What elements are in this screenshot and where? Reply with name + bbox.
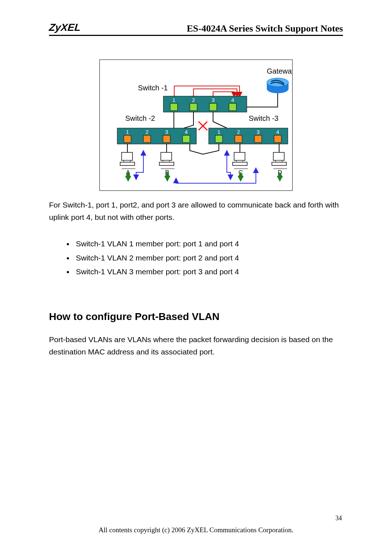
- switch1-label: Switch -1: [138, 84, 168, 92]
- switch1-port4-num: 4: [231, 97, 234, 103]
- svg-rect-28: [234, 152, 245, 160]
- svg-rect-17: [274, 135, 281, 143]
- list-item: Switch-1 VLAN 2 member port: port 2 and …: [74, 252, 343, 264]
- switch2-port4-num: 4: [185, 129, 188, 135]
- switch2-port1-num: 1: [126, 129, 129, 135]
- switch3-port3-num: 3: [257, 129, 260, 135]
- section-heading: How to configure Port-Based VLAN: [49, 311, 343, 323]
- svg-rect-7: [229, 103, 236, 111]
- svg-rect-32: [273, 152, 284, 160]
- network-diagram-container: Gateway Switch -1: [49, 59, 343, 191]
- svg-rect-6: [209, 103, 217, 111]
- svg-rect-11: [163, 135, 170, 143]
- svg-rect-16: [254, 135, 262, 143]
- svg-rect-20: [122, 152, 132, 160]
- svg-rect-24: [161, 152, 172, 160]
- svg-rect-22: [120, 162, 135, 165]
- svg-rect-10: [143, 135, 151, 143]
- switch1-port1-num: 1: [172, 97, 175, 103]
- svg-rect-34: [272, 162, 286, 165]
- switch1: 1 2 3 4: [163, 96, 247, 112]
- page-number: 34: [335, 514, 342, 522]
- gateway-label: Gateway: [267, 67, 293, 75]
- network-diagram: Gateway Switch -1: [99, 59, 293, 191]
- switch2-port3-num: 3: [165, 129, 168, 135]
- svg-rect-26: [159, 162, 174, 165]
- host-D: D: [272, 152, 287, 176]
- svg-rect-12: [183, 135, 190, 143]
- vlan-member-list: Switch-1 VLAN 1 member port: port 1 and …: [49, 238, 343, 278]
- switch3-port2-num: 2: [237, 129, 240, 135]
- svg-rect-4: [170, 103, 177, 111]
- document-title: ES-4024A Series Switch Support Notes: [187, 23, 343, 34]
- footer-copyright: All contents copyright (c) 2006 ZyXEL Co…: [0, 526, 392, 534]
- paragraph-2: Port-based VLANs are VLANs where the pac…: [49, 333, 343, 358]
- page: ZyXEL ES-4024A Series Switch Support Not…: [0, 0, 392, 554]
- host-B: B: [159, 152, 175, 176]
- header: ZyXEL ES-4024A Series Switch Support Not…: [49, 22, 343, 36]
- list-item: Switch-1 VLAN 1 member port: port 1 and …: [74, 238, 343, 250]
- gateway-icon: [267, 78, 289, 93]
- host-A: A: [120, 152, 135, 176]
- switch3-port1-num: 1: [217, 129, 220, 135]
- switch1-port3-num: 3: [212, 97, 215, 103]
- switch2: 1 2 3 4: [117, 128, 196, 144]
- brand-logo: ZyXEL: [48, 22, 81, 34]
- paragraph-1: For Switch-1, port 1, port2, and port 3 …: [49, 199, 343, 223]
- host-C: C: [233, 152, 248, 176]
- switch3-label: Switch -3: [249, 114, 278, 122]
- svg-rect-15: [235, 135, 242, 143]
- svg-rect-9: [124, 135, 131, 143]
- svg-rect-5: [190, 103, 197, 111]
- switch3-port4-num: 4: [276, 129, 279, 135]
- svg-rect-30: [233, 162, 247, 165]
- switch1-port2-num: 2: [192, 97, 195, 103]
- svg-rect-14: [215, 135, 222, 143]
- list-item: Switch-1 VLAN 3 member port: port 3 and …: [74, 266, 343, 278]
- switch3: 1 2 3 4: [209, 128, 288, 144]
- switch2-port2-num: 2: [146, 129, 148, 135]
- switch2-label: Switch -2: [125, 114, 155, 122]
